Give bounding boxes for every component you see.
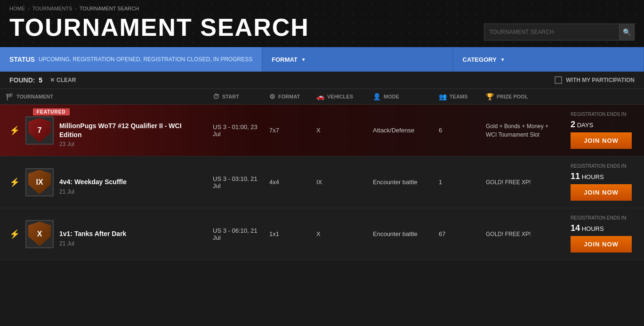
participation-checkbox-row[interactable]: WITH MY PARTICIPATION	[555, 76, 635, 84]
reg-label: REGISTRATION ENDS IN:	[571, 215, 638, 220]
tournament-info: ⚡ IX 4v4: Weekday Scuffle 21 Jul	[0, 163, 207, 202]
category-filter[interactable]: CATEGORY ▼	[453, 47, 644, 72]
th-registration	[565, 93, 644, 100]
category-filter-label: CATEGORY	[463, 56, 497, 63]
lightning-icon: ⚡	[9, 125, 20, 136]
format-filter[interactable]: FORMAT ▼	[262, 47, 453, 72]
mode-cell: Attack/Defense	[367, 127, 433, 134]
lightning-icon: ⚡	[9, 177, 20, 187]
format-chevron-icon: ▼	[301, 57, 306, 62]
clear-button[interactable]: ✕ CLEAR	[50, 77, 76, 83]
table-row: ⚡ IX 4v4: Weekday Scuffle 21 Jul US 3 - …	[0, 156, 644, 208]
found-text: FOUND: 5	[9, 76, 42, 84]
tournament-text: 4v4: Weekday Scuffle 21 Jul	[59, 169, 201, 195]
lightning-icon: ⚡	[9, 229, 20, 239]
page-header: HOME › TOURNAMENTS › TOURNAMENT SEARCH T…	[0, 0, 644, 47]
vehicles-cell: IX	[311, 179, 367, 186]
th-teams-label: TEAMS	[450, 94, 468, 99]
tournament-text: 1v1: Tanks After Dark 21 Jul	[59, 221, 201, 246]
participation-checkbox[interactable]	[555, 76, 562, 84]
table-row: FEATURED ⚡ 7 MillionPugs WoT7 #12 Qualif…	[0, 105, 644, 156]
table-row: ⚡ X 1v1: Tanks After Dark 21 Jul US 3 - …	[0, 208, 644, 260]
flag-icon: 🏴	[6, 93, 14, 100]
mode-icon: 👤	[373, 93, 381, 100]
shield-body: 7	[28, 118, 51, 143]
clear-x-icon: ✕	[50, 77, 55, 83]
th-start: ⏱ START	[207, 93, 264, 100]
th-mode-label: MODE	[384, 94, 399, 99]
format-cell: 7x7	[264, 127, 311, 134]
tournament-name: MillionPugs WoT7 #12 Qualifier II - WCI …	[59, 122, 201, 139]
status-filter-label: STATUS	[9, 56, 35, 63]
registration-info: REGISTRATION ENDS IN: 11 HOURS JOIN NOW	[565, 163, 644, 201]
tournament-list: FEATURED ⚡ 7 MillionPugs WoT7 #12 Qualif…	[0, 105, 644, 260]
breadcrumb-current: TOURNAMENT SEARCH	[80, 6, 139, 11]
found-count: 5	[39, 76, 42, 84]
breadcrumb-tournaments[interactable]: TOURNAMENTS	[32, 6, 72, 11]
th-prize-pool-label: PRIZE POOL	[497, 94, 528, 99]
breadcrumb-home[interactable]: HOME	[9, 6, 25, 11]
tournament-emblem: IX	[25, 168, 54, 196]
search-box[interactable]: 🔍	[484, 24, 635, 41]
th-tournament-label: TOURNAMENT	[16, 94, 53, 99]
status-filter-value: Upcoming, Registration opened, Registrat…	[39, 56, 252, 63]
reg-time: 2 DAYS	[571, 120, 638, 130]
join-button[interactable]: JOIN NOW	[571, 236, 632, 253]
vehicles-cell: X	[311, 230, 367, 237]
th-teams: 👥 TEAMS	[433, 93, 480, 100]
tournament-date: 21 Jul	[59, 188, 201, 195]
join-button[interactable]: JOIN NOW	[571, 184, 632, 201]
breadcrumb: HOME › TOURNAMENTS › TOURNAMENT SEARCH	[9, 6, 635, 11]
vehicles-icon: 🚗	[316, 93, 324, 100]
filter-bar: STATUS Upcoming, Registration opened, Re…	[0, 47, 644, 72]
registration-info: REGISTRATION ENDS IN: 2 DAYS JOIN NOW	[565, 112, 644, 149]
th-mode: 👤 MODE	[367, 93, 433, 100]
found-label: FOUND:	[9, 76, 35, 84]
tournament-date: 23 Jul	[59, 141, 201, 147]
tournament-name: 1v1: Tanks After Dark	[59, 229, 201, 238]
prize-pool-cell: Gold + Bonds + Money + WCI Tournament Sl…	[480, 122, 565, 139]
status-filter[interactable]: STATUS Upcoming, Registration opened, Re…	[0, 47, 262, 72]
featured-badge: FEATURED	[33, 108, 70, 115]
vehicles-cell: X	[311, 127, 367, 134]
start-cell: US 3 - 03:10, 21 Jul	[207, 175, 264, 189]
th-format-label: FORMAT	[278, 94, 300, 99]
format-cell: 1x1	[264, 230, 311, 237]
start-icon: ⏱	[213, 93, 219, 100]
teams-cell: 1	[433, 179, 480, 186]
search-button[interactable]: 🔍	[619, 24, 634, 40]
breadcrumb-sep1: ›	[28, 6, 30, 11]
teams-cell: 6	[433, 127, 480, 134]
breadcrumb-sep2: ›	[75, 6, 77, 11]
prize-pool-cell: GOLD! FREE XP!	[480, 178, 565, 187]
th-prize-pool: 🏆 PRIZE POOL	[480, 93, 565, 100]
registration-info: REGISTRATION ENDS IN: 14 HOURS JOIN NOW	[565, 215, 644, 253]
tournament-info: FEATURED ⚡ 7 MillionPugs WoT7 #12 Qualif…	[0, 107, 207, 153]
tournament-emblem: 7	[25, 116, 54, 145]
shield: X	[28, 222, 51, 246]
th-vehicles: 🚗 VEHICLES	[311, 93, 367, 100]
th-vehicles-label: VEHICLES	[327, 94, 353, 99]
teams-cell: 67	[433, 230, 480, 237]
tournament-date: 21 Jul	[59, 240, 201, 247]
shield-body: X	[28, 222, 51, 246]
tournament-name: 4v4: Weekday Scuffle	[59, 178, 201, 186]
reg-label: REGISTRATION ENDS IN:	[571, 112, 638, 117]
clear-label: CLEAR	[56, 77, 76, 83]
reg-time: 11 HOURS	[571, 171, 638, 181]
trophy-icon: 🏆	[486, 93, 494, 100]
teams-icon: 👥	[439, 93, 447, 100]
format-filter-label: FORMAT	[272, 56, 298, 63]
th-format: ⚙ FORMAT	[264, 93, 311, 100]
start-cell: US 3 - 01:00, 23 Jul	[207, 123, 264, 138]
prize-pool-cell: GOLD! FREE XP!	[480, 230, 565, 238]
shield: IX	[28, 170, 51, 195]
mode-cell: Encounter battle	[367, 179, 433, 186]
tournament-emblem: X	[25, 220, 54, 248]
search-input[interactable]	[484, 29, 619, 35]
mode-cell: Encounter battle	[367, 230, 433, 237]
start-cell: US 3 - 06:10, 21 Jul	[207, 227, 264, 241]
reg-label: REGISTRATION ENDS IN:	[571, 163, 638, 169]
tournament-info: ⚡ X 1v1: Tanks After Dark 21 Jul	[0, 214, 207, 254]
join-button[interactable]: JOIN NOW	[571, 132, 632, 149]
